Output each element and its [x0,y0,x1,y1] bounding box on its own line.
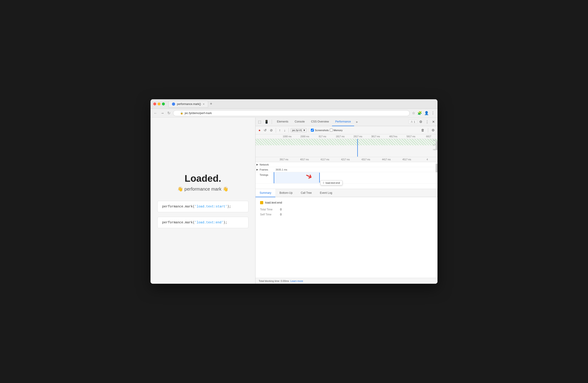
code2-string: 'load.text:end' [195,221,223,224]
url-bar[interactable]: 🔒 jec.fyi/demo/perf-mark [173,110,410,116]
page-heading: Loaded. [177,173,228,184]
timeline-zoomed[interactable]: 3917 ms 4017 ms 4117 ms 4217 ms 4317 ms … [255,157,438,189]
title-bar: performance.mark() × + [150,99,438,109]
devtools-settings-button[interactable]: ⚙ [418,119,423,125]
total-time-value: 0 [280,208,282,211]
profile-selector[interactable]: jec.fyi #1 ▼ [291,128,307,132]
zoom-label-7: 4 [417,158,438,161]
export-button[interactable]: ↓ [283,128,287,133]
total-time-label: Total Time [260,208,278,211]
timeline-overview-labels: 1000 ms 2000 ms 817 ms 1817 ms 2817 ms 3… [255,134,438,139]
screenshots-checkbox[interactable] [311,129,314,132]
network-track-row: ▶ Network [255,162,438,167]
time-label-2: 817 ms [314,135,331,138]
reload-record-button[interactable]: ↺ [263,128,268,133]
time-label-8: 6817 [420,135,438,138]
device-toolbar-button[interactable]: 📱 [263,119,270,125]
summary-item-title: load.text:end [260,201,433,204]
devtools-close-button[interactable]: ✕ [431,119,436,125]
zoom-label-5: 4417 ms [376,158,397,161]
tab-favicon [172,103,175,106]
back-button[interactable]: ← [153,111,158,116]
refresh-button[interactable]: ↻ [167,110,171,116]
tab-bottom-up[interactable]: Bottom-Up [275,189,296,197]
time-label-6: 4817ms [384,135,402,138]
tab-summary[interactable]: Summary [255,189,275,197]
tab-bar: performance.mark() × + [168,101,435,107]
summary-content: load.text:end Total Time 0 Self Time 0 [255,197,438,278]
close-window-button[interactable] [153,103,156,106]
active-tab[interactable]: performance.mark() × [168,101,208,107]
tab-elements[interactable]: Elements [274,118,292,126]
blocking-time-text: Total blocking time: 0.00ms [259,280,289,282]
profile-icon[interactable]: 👤 [424,111,429,115]
bottom-tabs: Summary Bottom-Up Call Tree Event Log [255,189,438,197]
timeline-scrollbar-thumb[interactable] [436,141,438,150]
devtools-more-button[interactable]: ⋮ [424,119,430,125]
toolbar-divider-1 [276,128,276,132]
tab-console[interactable]: Console [292,118,308,126]
menu-icon[interactable]: ⋮ [431,111,435,115]
browser-toolbar-icons: ☆ 🧩 👤 ⋮ [412,111,435,115]
toolbar-divider-3 [309,128,309,132]
trash-button[interactable]: 🗑 [420,128,426,133]
profile-name: jec.fyi #1 [292,129,302,132]
timeline-overview[interactable]: 1000 ms 2000 ms 817 ms 1817 ms 2817 ms 3… [255,134,438,157]
screenshots-toggle[interactable]: Screenshots [311,129,329,132]
extension-icon[interactable]: 🧩 [418,111,422,115]
import-button[interactable]: ↑ [278,128,282,133]
time-label-1: 2000 ms [296,135,314,138]
memory-toggle[interactable]: Memory [330,129,343,132]
toolbar-right: 🗑 ⚙ [420,128,436,133]
zoom-label-6: 4517 ms [397,158,417,161]
frames-expand-icon[interactable]: ▶ [256,168,258,171]
timings-track-row[interactable]: Timings [255,172,438,184]
new-tab-button[interactable]: + [208,102,214,106]
inspect-element-button[interactable]: ⬚ [257,119,262,125]
zoom-label-2: 4117 ms [315,158,335,161]
tooltip-name: load.text:end [326,181,340,184]
address-bar: ← → ↻ 🔒 jec.fyi/demo/perf-mark ☆ 🧩 👤 ⋮ [150,109,438,118]
code-block-1: performance.mark('load.text:start'); [157,201,249,212]
minimize-window-button[interactable] [158,103,161,106]
timeline-cursor [357,139,358,157]
toolbar-divider-2 [289,128,289,132]
toolbar-divider-4 [428,128,428,132]
tab-performance[interactable]: Performance [332,118,354,126]
timings-track-label: Timings [260,173,268,176]
frames-track-row: ▶ Frames 3935.1 ms [255,167,438,172]
maximize-window-button[interactable] [162,103,165,106]
network-expand-icon[interactable]: ▶ [256,163,258,166]
tab-css-overview[interactable]: CSS Overview [308,118,332,126]
warning-badge[interactable]: ⚠ 1 [409,120,417,124]
status-bar: Total blocking time: 0.00ms Learn more [255,278,438,284]
summary-item-name: load.text:end [265,201,282,204]
timing-selection [274,172,319,183]
tab-event-log[interactable]: Event Log [316,189,336,197]
performance-settings-button[interactable]: ⚙ [430,128,436,133]
page-subtitle: 👋 performance mark 👋 [177,186,228,192]
more-panels-button[interactable]: » [354,119,359,125]
tab-close-button[interactable]: × [203,102,205,106]
forward-button[interactable]: → [160,111,165,116]
bookmark-icon[interactable]: ☆ [412,111,415,115]
zoom-label-0: 3917 ms [274,158,294,161]
clear-button[interactable]: ⊘ [269,128,274,133]
subtitle-text: 👋 performance mark 👋 [177,186,228,192]
total-time-row: Total Time 0 [260,208,433,211]
traffic-lights [153,103,165,106]
zoom-label-1: 4017 ms [294,158,315,161]
time-label-0: 1000 ms [278,135,296,138]
tab-call-tree[interactable]: Call Tree [297,189,316,197]
url-text: jec.fyi/demo/perf-mark [185,112,212,115]
devtools-topbar: ⬚ 📱 Elements Console CSS Overview Perfor… [255,118,438,126]
timing-marker [319,173,320,183]
learn-more-link[interactable]: Learn more [290,280,303,282]
devtools-right-icons: ⚠ 1 ⚙ ⋮ ✕ [409,119,436,125]
memory-checkbox[interactable] [330,129,333,132]
code1-string: 'load.text:start' [195,205,227,208]
zoom-scrollbar-thumb[interactable] [436,164,438,173]
record-button[interactable]: ● [257,128,262,133]
browser-window: performance.mark() × + ← → ↻ 🔒 jec.fyi/d… [150,99,438,284]
self-time-value: 0 [280,213,282,216]
